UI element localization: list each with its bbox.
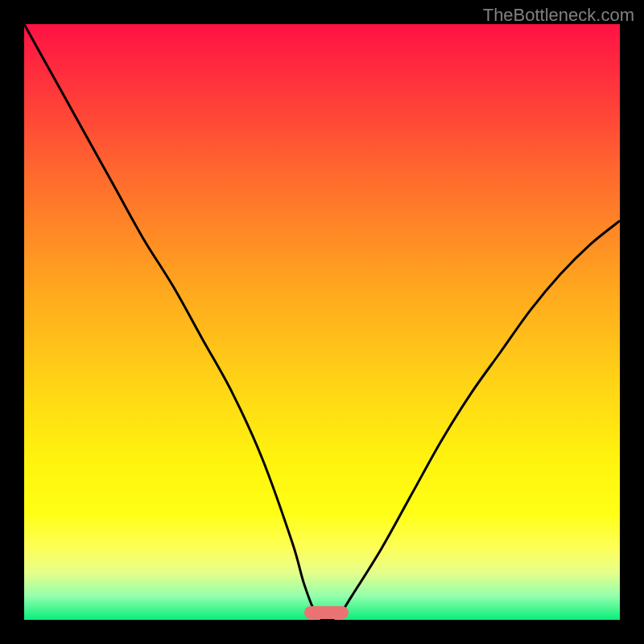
attribution-text: TheBottleneck.com bbox=[483, 5, 634, 26]
optimal-marker bbox=[304, 606, 349, 619]
plot-area bbox=[24, 24, 620, 620]
chart-container: TheBottleneck.com bbox=[0, 0, 644, 644]
bottleneck-curve bbox=[24, 24, 620, 620]
